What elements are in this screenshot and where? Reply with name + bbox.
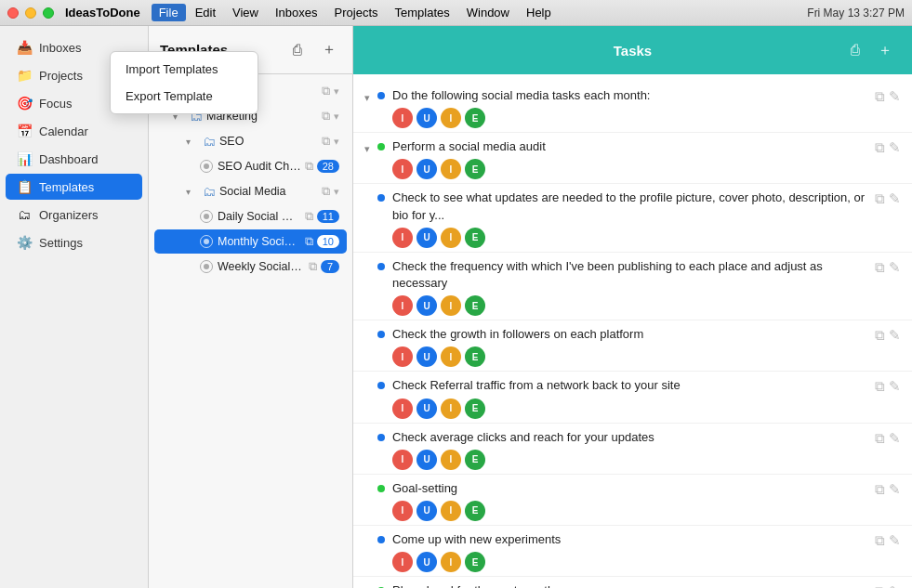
badge-seo-audit: 28 [317, 160, 339, 173]
tasks-add-button[interactable]: ＋ [873, 38, 897, 62]
task-avatars: I U I E [392, 501, 867, 521]
task-copy-button[interactable]: ⧉ [875, 431, 885, 445]
tasks-share-button[interactable]: ⎙ [843, 38, 867, 62]
calendar-icon: 📅 [17, 124, 32, 138]
copy-icon: ⧉ [322, 184, 330, 199]
task-row: Check the frequency with which I've been… [353, 253, 912, 320]
templates-share-button[interactable]: ⎙ [285, 38, 310, 62]
task-edit-button[interactable]: ✎ [889, 584, 901, 588]
template-icon [199, 209, 214, 224]
expand-icon: ▾ [334, 136, 339, 148]
task-dot [377, 194, 385, 202]
svg-point-7 [204, 264, 209, 269]
avatar: I [441, 108, 461, 128]
tree-item-daily-social[interactable]: Daily Social Medi... ⧉ 11 [154, 204, 347, 229]
task-avatars: I U I E [392, 346, 867, 367]
avatar: U [416, 346, 437, 367]
avatar: I [441, 399, 461, 419]
task-copy-button[interactable]: ⧉ [875, 89, 885, 103]
sidebar-item-settings[interactable]: ⚙️ Settings [6, 229, 142, 255]
menu-window[interactable]: Window [459, 4, 517, 21]
svg-point-1 [204, 163, 209, 169]
avatar: I [392, 295, 413, 316]
task-content: Plan ahead for the next month I U I E [392, 582, 867, 588]
avatar: E [465, 399, 485, 419]
avatar: U [416, 552, 437, 572]
task-dot [377, 536, 385, 543]
menu-inboxes[interactable]: Inboxes [268, 4, 325, 21]
avatar: I [392, 108, 413, 128]
minimize-button[interactable] [25, 7, 36, 19]
menu-help[interactable]: Help [519, 4, 559, 21]
badge-weekly-social: 7 [321, 260, 339, 273]
titlebar-right: Fri May 13 3:27 PM [807, 7, 905, 20]
task-text: Check the frequency with which I've been… [392, 258, 867, 292]
tree-item-social-media[interactable]: ▾ 🗂 Social Media ⧉ ▾ [154, 179, 347, 203]
focus-icon: 🎯 [17, 96, 32, 111]
copy-icon: ⧉ [309, 259, 317, 274]
close-button[interactable] [7, 7, 19, 19]
tree-label-monthly-social: Monthly Social M... [218, 235, 301, 248]
collapse-icon[interactable]: ▾ [364, 143, 370, 155]
task-edit-button[interactable]: ✎ [889, 260, 901, 274]
collapse-icon[interactable]: ▾ [364, 92, 370, 104]
sidebar-item-templates[interactable]: 📋 Templates [6, 174, 142, 200]
task-copy-button[interactable]: ⧉ [875, 584, 885, 588]
task-content: Check the growth in followers on each pl… [392, 326, 867, 367]
task-edit-button[interactable]: ✎ [889, 379, 901, 393]
template-icon [199, 234, 214, 249]
task-copy-button[interactable]: ⧉ [875, 328, 885, 342]
task-row: Plan ahead for the next month I U I E ⧉ … [353, 577, 912, 588]
task-copy-button[interactable]: ⧉ [875, 191, 885, 205]
tree-item-monthly-social[interactable]: Monthly Social M... ⧉ 10 [154, 229, 347, 254]
maximize-button[interactable] [43, 7, 54, 19]
task-copy-button[interactable]: ⧉ [875, 260, 885, 274]
templates-add-button[interactable]: ＋ [317, 38, 341, 62]
tree-item-seo-audit[interactable]: SEO Audit Check... ⧉ 28 [154, 154, 347, 178]
task-text: Check Referral traffic from a network ba… [392, 377, 867, 394]
task-edit-button[interactable]: ✎ [889, 482, 901, 496]
task-dot [377, 434, 385, 441]
task-content: Perform a social media audit I U I E [392, 138, 867, 179]
avatar: E [465, 346, 485, 367]
task-actions: ⧉ ✎ [875, 431, 901, 445]
export-template-item[interactable]: Export Template [111, 83, 258, 110]
task-edit-button[interactable]: ✎ [889, 191, 901, 205]
menu-file[interactable]: File [152, 4, 186, 21]
task-edit-button[interactable]: ✎ [889, 140, 901, 154]
dashboard-icon: 📊 [17, 151, 32, 166]
task-edit-button[interactable]: ✎ [889, 533, 901, 547]
menu-edit[interactable]: Edit [188, 4, 223, 21]
task-dot [377, 92, 385, 99]
task-edit-button[interactable]: ✎ [889, 431, 901, 445]
task-copy-button[interactable]: ⧉ [875, 482, 885, 496]
tree-item-weekly-social[interactable]: Weekly Social M... ⧉ 7 [154, 255, 347, 279]
task-copy-button[interactable]: ⧉ [875, 140, 885, 154]
tree-label-seo-audit: SEO Audit Check... [218, 160, 301, 173]
menu-templates[interactable]: Templates [388, 4, 457, 21]
task-content: Goal-setting I U I E [392, 480, 867, 521]
task-row: Check the growth in followers on each pl… [353, 320, 912, 372]
sidebar-item-organizers[interactable]: 🗂 Organizers [6, 202, 142, 228]
traffic-lights [7, 7, 54, 19]
task-copy-button[interactable]: ⧉ [875, 379, 885, 393]
task-actions: ⧉ ✎ [875, 140, 901, 154]
sidebar-item-calendar[interactable]: 📅 Calendar [6, 118, 142, 144]
tasks-list: ▾ Do the following social media tasks ea… [353, 74, 912, 588]
task-edit-button[interactable]: ✎ [889, 89, 901, 103]
task-actions: ⧉ ✎ [875, 533, 901, 547]
file-dropdown-menu: Import Templates Export Template [110, 51, 258, 114]
avatar: I [392, 552, 413, 572]
sidebar-item-dashboard[interactable]: 📊 Dashboard [6, 146, 142, 172]
import-templates-item[interactable]: Import Templates [111, 56, 258, 83]
task-edit-button[interactable]: ✎ [889, 328, 901, 342]
task-actions: ⧉ ✎ [875, 260, 901, 274]
menu-projects[interactable]: Projects [327, 4, 386, 21]
tree-item-seo[interactable]: ▾ 🗂 SEO ⧉ ▾ [154, 129, 347, 153]
task-content: Check the frequency with which I've been… [392, 258, 867, 316]
menu-view[interactable]: View [225, 4, 266, 21]
badge-daily-social: 11 [317, 210, 339, 223]
sidebar-label-dashboard: Dashboard [39, 152, 99, 166]
task-copy-button[interactable]: ⧉ [875, 533, 885, 547]
tasks-panel-title: Tasks [547, 43, 718, 59]
